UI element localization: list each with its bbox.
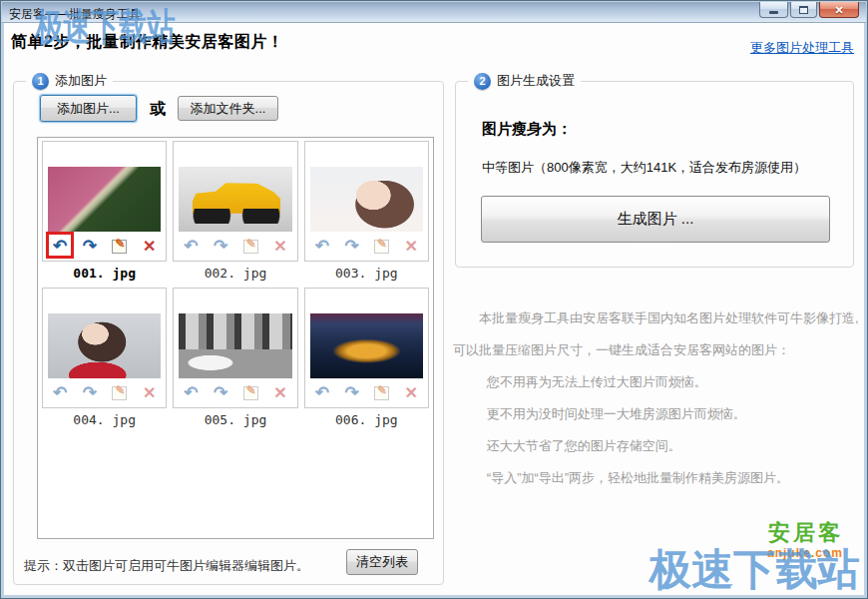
slim-to-label: 图片瘦身为： [482, 120, 572, 139]
image-filename: 005. jpg [173, 408, 297, 432]
image-cell: ↶ ↷ ✎ ✕ [173, 288, 297, 408]
add-images-button[interactable]: 添加图片... [40, 95, 137, 122]
size-option-text: 中等图片（800像素宽，大约141K，适合发布房源使用） [482, 159, 806, 177]
edit-icon[interactable]: ✎ [112, 240, 127, 254]
thumbnail-wrap [43, 289, 166, 378]
image-actions: ↶ ↷ ✎ ✕ [305, 232, 428, 261]
undo-icon[interactable]: ↶ [53, 384, 67, 401]
step-1-badge: 1 [32, 73, 49, 90]
undo-highlight-box [46, 232, 74, 259]
redo-icon[interactable]: ↷ [83, 384, 97, 401]
anjuke-logo-domain: anjuke.com [767, 546, 843, 560]
thumbnail-wrap [305, 289, 428, 378]
undo-icon[interactable]: ↶ [184, 238, 198, 255]
edit-icon[interactable]: ✎ [112, 386, 127, 400]
image-thumbnail[interactable] [48, 313, 161, 378]
description-block: 本批量瘦身工具由安居客联手国内知名图片处理软件可牛影像打造,可以批量压缩图片尺寸… [453, 310, 864, 502]
image-cell: ↶ ↷ ✎ ✕ [42, 288, 167, 408]
pencil-glyph: ✎ [246, 238, 256, 250]
image-thumbnail[interactable] [310, 167, 423, 232]
add-images-group-legend: 1 添加图片 [26, 72, 113, 90]
edit-icon[interactable]: ✎ [374, 386, 389, 400]
pencil-glyph: ✎ [115, 238, 125, 250]
close-button[interactable]: ✕ [819, 2, 859, 18]
image-filename: 006. jpg [304, 408, 429, 432]
more-tools-link[interactable]: 更多图片处理工具 [750, 39, 854, 57]
image-thumbnail[interactable] [48, 167, 161, 232]
delete-icon[interactable]: ✕ [405, 385, 418, 401]
description-line: 可以批量压缩图片尺寸，一键生成适合安居客网站的图片： [453, 342, 864, 358]
minimize-button[interactable] [759, 2, 788, 18]
window-title: 安居客——批量瘦身工具 [9, 6, 141, 23]
pencil-glyph: ✎ [246, 384, 256, 396]
delete-icon[interactable]: ✕ [273, 239, 286, 255]
window-controls: ✕ [759, 2, 859, 18]
step-2-badge: 2 [474, 73, 491, 90]
image-list-item: ↶ ↷ ✎ ✕ 006. jpg [304, 288, 429, 432]
add-folder-button[interactable]: 添加文件夹... [178, 96, 278, 121]
generation-settings-group: 2 图片生成设置 图片瘦身为： 中等图片（800像素宽，大约141K，适合发布房… [455, 81, 854, 268]
edit-icon[interactable]: ✎ [243, 240, 258, 254]
edit-icon[interactable]: ✎ [374, 240, 389, 254]
image-list-item: ↶ ↷ ✎ ✕ 004. jpg [42, 288, 167, 432]
image-filename: 004. jpg [42, 408, 167, 432]
image-actions: ↶ ↷ ✎ ✕ [43, 378, 166, 407]
delete-icon[interactable]: ✕ [143, 385, 156, 401]
image-filename: 001. jpg [42, 262, 167, 286]
image-list-item: ↶ ↷ ✎ ✕ 002. jpg [173, 141, 297, 286]
minimize-icon [769, 11, 778, 14]
thumbnail-wrap [43, 142, 166, 232]
image-thumbnail[interactable] [179, 313, 291, 378]
anjuke-logo: 安居客 anjuke.com [767, 518, 843, 560]
generation-settings-legend: 2 图片生成设置 [468, 72, 581, 90]
description-line: 更不用为没时间处理一大堆房源图片而烦恼。 [487, 406, 864, 422]
page-title: 简单2步，批量制作精美安居客图片！ [11, 32, 283, 53]
tip-text: 提示：双击图片可启用可牛图片编辑器编辑图片。 [24, 557, 309, 575]
undo-icon[interactable]: ↶ [184, 384, 198, 401]
pencil-glyph: ✎ [115, 384, 125, 396]
delete-icon[interactable]: ✕ [273, 385, 286, 401]
redo-icon[interactable]: ↷ [83, 238, 97, 255]
redo-icon[interactable]: ↷ [344, 238, 358, 255]
delete-icon[interactable]: ✕ [405, 239, 418, 255]
generate-images-button[interactable]: 生成图片 ... [481, 196, 830, 243]
title-bar[interactable]: 安居客——批量瘦身工具 [2, 2, 866, 23]
thumbnail-wrap [174, 142, 296, 232]
image-cell: ↶ ↷ ✎ ✕ [173, 141, 297, 262]
image-filename: 003. jpg [304, 262, 429, 286]
image-actions: ↶ ↷ ✎ ✕ [43, 232, 166, 261]
add-images-group: 1 添加图片 添加图片... 或 添加文件夹... ↶ ↷ ✎ ✕ 001. j… [13, 81, 444, 585]
generation-settings-title: 图片生成设置 [497, 72, 575, 90]
description-line: 还大大节省了您的图片存储空间。 [487, 438, 864, 454]
edit-icon[interactable]: ✎ [243, 386, 258, 400]
app-window: 安居客——批量瘦身工具 ✕ 简单2步，批量制作精美安居客图片！ 更多图片处理工具… [0, 0, 868, 599]
description-line: “导入”加“导出”两步，轻松地批量制作精美房源图片。 [487, 470, 864, 486]
delete-icon[interactable]: ✕ [143, 239, 156, 255]
add-images-group-title: 添加图片 [55, 72, 107, 90]
image-list-panel[interactable]: ↶ ↷ ✎ ✕ 001. jpg ↶ ↷ ✎ ✕ 002. jpg [37, 137, 434, 539]
image-cell: ↶ ↷ ✎ ✕ [304, 141, 429, 262]
thumbnail-wrap [305, 142, 428, 232]
description-line: 本批量瘦身工具由安居客联手国内知名图片处理软件可牛影像打造, [453, 310, 864, 326]
close-icon: ✕ [834, 3, 843, 17]
image-list-item: ↶ ↷ ✎ ✕ 005. jpg [173, 288, 297, 432]
image-cell: ↶ ↷ ✎ ✕ [42, 141, 167, 262]
clear-list-button[interactable]: 清空列表 [346, 549, 418, 575]
image-thumbnail[interactable] [310, 313, 423, 378]
image-thumbnail[interactable] [179, 167, 291, 232]
or-label: 或 [150, 99, 166, 120]
anjuke-logo-cn: 安居客 [767, 518, 843, 548]
redo-icon[interactable]: ↷ [214, 238, 227, 255]
redo-icon[interactable]: ↷ [214, 384, 227, 401]
undo-icon[interactable]: ↶ [315, 238, 329, 255]
image-filename: 002. jpg [173, 262, 297, 286]
thumbnail-wrap [174, 289, 296, 378]
maximize-button[interactable] [790, 2, 817, 18]
undo-icon[interactable]: ↶ [315, 384, 329, 401]
pencil-glyph: ✎ [377, 238, 387, 250]
pencil-glyph: ✎ [377, 384, 387, 396]
image-list-item: ↶ ↷ ✎ ✕ 003. jpg [304, 141, 429, 286]
redo-icon[interactable]: ↷ [344, 384, 358, 401]
image-actions: ↶ ↷ ✎ ✕ [174, 378, 296, 407]
image-grid: ↶ ↷ ✎ ✕ 001. jpg ↶ ↷ ✎ ✕ 002. jpg [42, 141, 429, 432]
